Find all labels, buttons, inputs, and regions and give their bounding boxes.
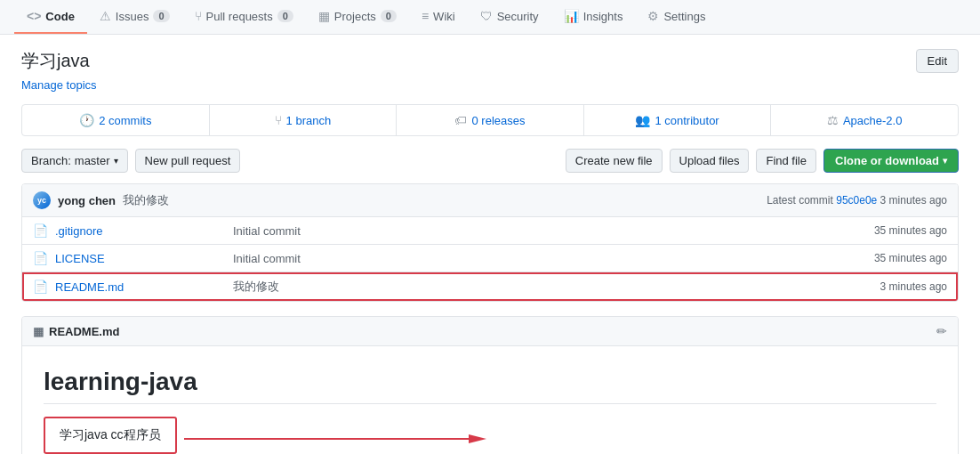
readme-header: ▦ README.md ✏ xyxy=(22,317,958,346)
find-file-button[interactable]: Find file xyxy=(756,149,816,173)
repo-nav: <> Code ⚠ Issues 0 ⑂ Pull requests 0 ▦ P… xyxy=(0,0,980,35)
toolbar-right: Create new file Upload files Find file C… xyxy=(566,149,959,173)
code-icon: <> xyxy=(27,9,41,23)
toolbar-left: Branch: master ▾ New pull request xyxy=(21,149,240,173)
license-stat[interactable]: ⚖ Apache-2.0 xyxy=(771,105,958,135)
file-icon: 📄 xyxy=(33,251,48,265)
file-table: yc yong chen 我的修改 Latest commit 95c0e0e … xyxy=(21,183,959,302)
contributors-count: 1 contributor xyxy=(655,114,719,127)
readme-section: ▦ README.md ✏ learning-java 学习java cc程序员… xyxy=(21,316,959,454)
table-row: 📄 LICENSE Initial commit 35 minutes ago xyxy=(22,245,958,272)
branches-count: 1 branch xyxy=(286,114,332,127)
main-content: 学习java Edit Manage topics 🕐 2 commits ⑂ … xyxy=(0,35,980,454)
upload-files-button[interactable]: Upload files xyxy=(670,149,750,173)
repo-title-row: 学习java Edit xyxy=(21,49,959,73)
clone-or-download-button[interactable]: Clone or download ▾ xyxy=(823,149,959,173)
repo-title: 学习java xyxy=(21,49,90,73)
branches-stat[interactable]: ⑂ 1 branch xyxy=(210,105,398,135)
settings-icon: ⚙ xyxy=(647,9,659,23)
latest-commit-row: yc yong chen 我的修改 Latest commit 95c0e0e … xyxy=(22,184,958,217)
commit-author: yong chen xyxy=(58,194,116,207)
commit-row-left: yc yong chen 我的修改 xyxy=(33,191,169,209)
readme-body: learning-java 学习java cc程序员 xyxy=(22,346,958,454)
table-row-highlighted: 📄 README.md 我的修改 3 minutes ago xyxy=(22,272,958,301)
tab-code[interactable]: <> Code xyxy=(14,0,87,34)
license-text: Apache-2.0 xyxy=(843,114,903,127)
releases-count: 0 releases xyxy=(471,114,525,127)
readme-title: ▦ README.md xyxy=(33,325,119,338)
file-name-link[interactable]: LICENSE xyxy=(55,252,233,265)
file-time: 35 minutes ago xyxy=(874,224,947,237)
insights-icon: 📊 xyxy=(564,9,579,23)
file-commit-msg: Initial commit xyxy=(233,224,874,238)
branch-label: Branch: xyxy=(31,154,71,167)
new-pull-request-button[interactable]: New pull request xyxy=(135,149,241,173)
manage-topics-link[interactable]: Manage topics xyxy=(21,78,97,92)
svg-marker-1 xyxy=(469,434,486,443)
tab-security[interactable]: 🛡 Security xyxy=(468,0,551,34)
commit-message: 我的修改 xyxy=(123,192,169,208)
issues-icon: ⚠ xyxy=(100,9,111,23)
wiki-icon: ≡ xyxy=(422,9,429,23)
projects-icon: ▦ xyxy=(318,9,330,23)
tab-settings[interactable]: ⚙ Settings xyxy=(635,0,718,34)
license-icon: ⚖ xyxy=(827,113,839,127)
readme-heading: learning-java xyxy=(44,368,936,404)
file-time: 35 minutes ago xyxy=(874,252,947,264)
file-toolbar: Branch: master ▾ New pull request Create… xyxy=(21,149,959,173)
branch-icon: ⑂ xyxy=(275,113,282,127)
avatar: yc xyxy=(33,191,51,209)
clone-chevron-icon: ▾ xyxy=(943,156,947,166)
red-arrow xyxy=(184,430,486,448)
releases-stat[interactable]: 🏷 0 releases xyxy=(397,105,584,135)
branch-name: master xyxy=(75,154,110,167)
stats-bar: 🕐 2 commits ⑂ 1 branch 🏷 0 releases 👥 1 … xyxy=(21,104,959,136)
contributors-stat[interactable]: 👥 1 contributor xyxy=(584,105,772,135)
file-time: 3 minutes ago xyxy=(880,280,947,293)
readme-note: 学习java cc程序员 xyxy=(44,417,177,454)
tab-insights[interactable]: 📊 Insights xyxy=(551,0,636,34)
tab-wiki[interactable]: ≡ Wiki xyxy=(409,0,468,34)
arrow-svg xyxy=(184,430,486,448)
tab-pull-requests[interactable]: ⑂ Pull requests 0 xyxy=(182,0,306,34)
commits-stat[interactable]: 🕐 2 commits xyxy=(22,105,210,135)
readme-edit-icon[interactable]: ✏ xyxy=(936,324,947,338)
contributors-icon: 👥 xyxy=(635,113,650,127)
commits-icon: 🕐 xyxy=(79,113,94,127)
file-commit-msg: 我的修改 xyxy=(233,279,880,295)
file-commit-msg: Initial commit xyxy=(233,252,874,265)
file-name-link[interactable]: README.md xyxy=(55,280,233,294)
security-icon: 🛡 xyxy=(480,9,493,23)
commits-count: 2 commits xyxy=(99,114,151,127)
tab-projects[interactable]: ▦ Projects 0 xyxy=(306,0,409,34)
file-icon: 📄 xyxy=(33,223,48,238)
commit-meta: Latest commit 95c0e0e 3 minutes ago xyxy=(767,194,947,207)
branch-selector[interactable]: Branch: master ▾ xyxy=(21,149,128,173)
file-icon: 📄 xyxy=(33,280,48,294)
table-row: 📄 .gitignore Initial commit 35 minutes a… xyxy=(22,217,958,245)
edit-button[interactable]: Edit xyxy=(916,49,959,73)
readme-file-icon: ▦ xyxy=(33,325,44,338)
chevron-down-icon: ▾ xyxy=(114,156,118,166)
releases-icon: 🏷 xyxy=(454,113,467,127)
pull-requests-icon: ⑂ xyxy=(195,9,202,23)
tab-issues[interactable]: ⚠ Issues 0 xyxy=(87,0,182,34)
commit-hash[interactable]: 95c0e0e xyxy=(836,194,877,207)
create-new-file-button[interactable]: Create new file xyxy=(566,149,663,173)
file-name-link[interactable]: .gitignore xyxy=(55,224,233,238)
